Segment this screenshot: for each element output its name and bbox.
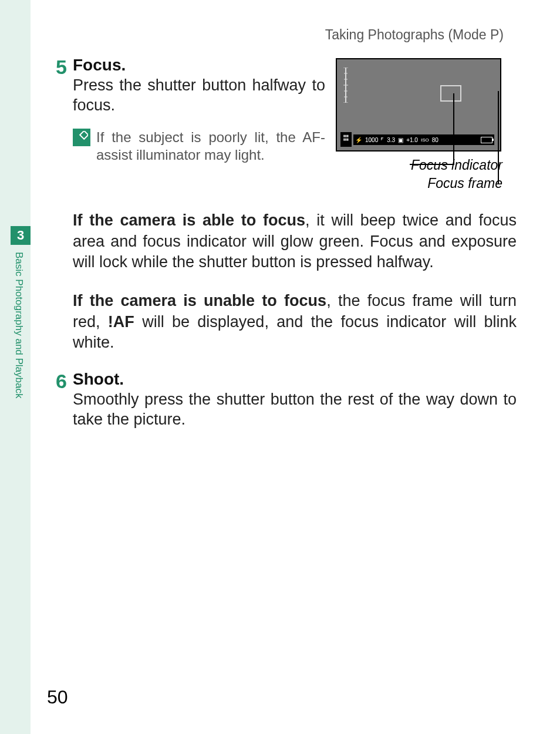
step-number: 5 <box>47 57 67 77</box>
paragraph-unable-to-focus: If the camera is unable to focus, the fo… <box>73 291 517 353</box>
ev-icon: ▣ <box>398 137 403 143</box>
step-title: Shoot. <box>73 370 517 389</box>
step-number: 6 <box>47 371 67 391</box>
mode-badge: ▮▮▮▮▮▮ <box>340 132 352 147</box>
chapter-number: 3 <box>11 226 31 245</box>
note: If the subject is poorly lit, the AF-ass… <box>73 129 325 164</box>
flash-icon: ⚡ <box>355 137 362 143</box>
lcd-screen: ▮▮▮▮▮▮ ⚡ 1000 ꟳ 3.3 ▣ +1.0 ISO 80 <box>336 58 501 151</box>
bold-lead: If the camera is unable to focus <box>73 292 326 309</box>
page-number: 50 <box>47 686 68 708</box>
bold-lead: If the camera is able to focus <box>73 211 305 229</box>
battery-icon <box>481 137 492 143</box>
focus-frame-box <box>440 85 461 102</box>
step-text: Press the shutter button halfway to focu… <box>73 76 325 116</box>
status-bar: ⚡ 1000 ꟳ 3.3 ▣ +1.0 ISO 80 <box>353 134 494 145</box>
tip-diamond-icon <box>73 129 90 146</box>
af-warning-icon: !AF <box>108 313 134 331</box>
paragraph-able-to-focus: If the camera is able to focus, it will … <box>73 210 517 273</box>
step-title: Focus. <box>73 56 325 75</box>
shutter-speed: 1000 <box>365 137 378 143</box>
step-6: 6 Shoot. Smoothly press the shutter butt… <box>47 370 517 430</box>
left-margin-bar: 3 Basic Photography and Playback <box>0 0 31 734</box>
step-5: 5 Focus. Press the shutter button halfwa… <box>47 56 517 193</box>
svg-rect-0 <box>80 131 88 139</box>
callout-line <box>498 91 499 184</box>
chapter-tab: 3 Basic Photography and Playback <box>11 226 31 484</box>
page-content: Taking Photographs (Mode P) 5 Focus. Pre… <box>47 27 517 433</box>
callout-line <box>453 93 454 164</box>
chapter-title: Basic Photography and Playback <box>13 245 25 399</box>
iso-label: ISO <box>421 137 429 143</box>
label-focus-frame: Focus frame <box>336 174 502 193</box>
note-text: If the subject is poorly lit, the AF-ass… <box>96 129 325 164</box>
label-focus-indicator: Focus indicator <box>336 156 502 174</box>
ev-value: +1.0 <box>406 137 418 143</box>
text: will be displayed, and the focus indicat… <box>73 313 517 352</box>
callout-line <box>410 164 454 165</box>
aperture-sep: ꟳ <box>381 137 384 143</box>
exposure-scale-icon <box>343 68 348 105</box>
aperture: 3.3 <box>387 137 395 143</box>
section-header: Taking Photographs (Mode P) <box>47 27 504 43</box>
iso-value: 80 <box>432 137 438 143</box>
lcd-figure: ▮▮▮▮▮▮ ⚡ 1000 ꟳ 3.3 ▣ +1.0 ISO 80 <box>336 58 506 193</box>
step-text: Smoothly press the shutter button the re… <box>73 390 517 430</box>
